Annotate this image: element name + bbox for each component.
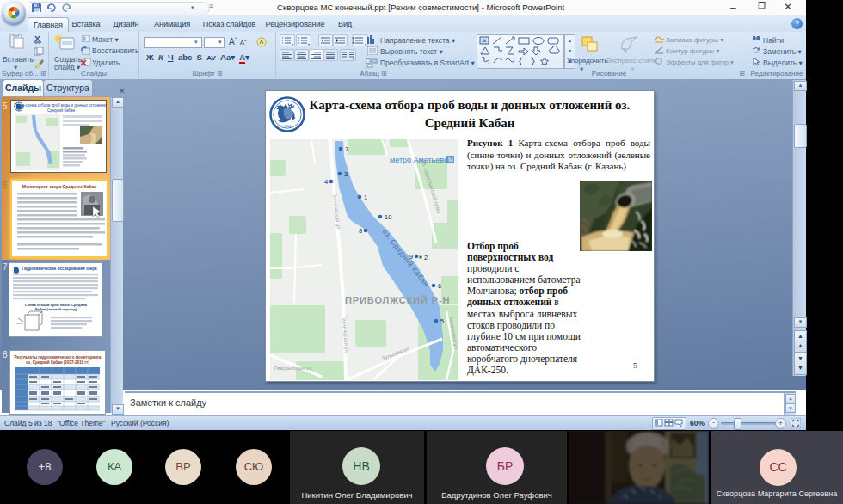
svg-text:M: M bbox=[448, 157, 453, 163]
svg-text:ПРИВОЛЖСКИЙ Р-Н: ПРИВОЛЖСКИЙ Р-Н bbox=[345, 295, 450, 305]
svg-text:4: 4 bbox=[324, 178, 328, 186]
svg-text:Техническая ул: Техническая ул bbox=[342, 316, 349, 353]
svg-text:10: 10 bbox=[385, 213, 391, 221]
svg-text:2: 2 bbox=[424, 254, 428, 261]
svg-text:8: 8 bbox=[359, 227, 362, 235]
svg-text:Результаты гидрохимического мо: Результаты гидрохимического мониторинга bbox=[15, 355, 102, 360]
svg-text:Гвардейская ул: Гвардейская ул bbox=[274, 366, 312, 371]
svg-text:6: 6 bbox=[438, 282, 441, 290]
svg-text:5: 5 bbox=[440, 317, 444, 325]
svg-text:Карта-схема отбора проб воды и: Карта-схема отбора проб воды и донных от… bbox=[14, 102, 106, 108]
svg-text:Кабан (зимний период): Кабан (зимний период) bbox=[35, 307, 77, 311]
svg-text:Техническая ул: Техническая ул bbox=[332, 192, 342, 230]
svg-text:метро Аметьево: метро Аметьево bbox=[390, 156, 448, 164]
svg-text:Средний Кабан: Средний Кабан bbox=[47, 108, 76, 113]
svg-text:1804: 1804 bbox=[284, 124, 291, 128]
svg-text:Мониторинг озера Среднего Каба: Мониторинг озера Среднего Кабан bbox=[22, 184, 96, 189]
svg-text:9: 9 bbox=[409, 253, 413, 261]
svg-text:Гидрохимические исследования о: Гидрохимические исследования озера bbox=[22, 267, 97, 271]
svg-text:7: 7 bbox=[345, 145, 348, 153]
svg-text:оз. Средний Кабан (2017-2019 г: оз. Средний Кабан (2017-2019 гг) bbox=[26, 360, 89, 365]
svg-text:3: 3 bbox=[344, 170, 348, 178]
svg-text:1: 1 bbox=[364, 194, 367, 201]
